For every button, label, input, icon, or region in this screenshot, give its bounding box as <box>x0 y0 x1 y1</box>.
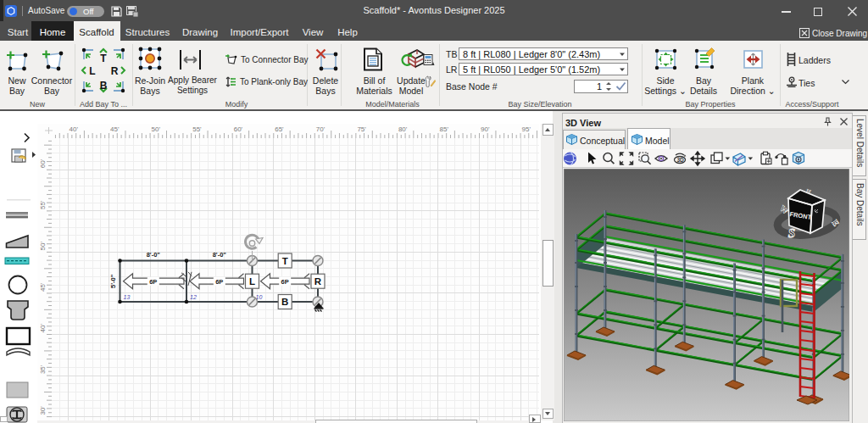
svg-text:B: B <box>281 297 288 307</box>
svg-text:6P: 6P <box>149 278 157 286</box>
svg-text:8'-0": 8'-0" <box>213 251 227 259</box>
svg-text:45': 45' <box>110 125 120 133</box>
svg-text:70': 70' <box>316 125 326 133</box>
svg-text:S: S <box>788 226 795 240</box>
svg-text:13: 13 <box>124 294 131 300</box>
svg-text:95': 95' <box>522 125 531 133</box>
svg-text:85': 85' <box>440 125 449 133</box>
svg-text:40': 40' <box>70 125 79 133</box>
svg-text:75': 75' <box>357 125 366 133</box>
svg-text:T: T <box>282 256 288 266</box>
svg-text:40': 40' <box>39 324 47 333</box>
svg-text:80': 80' <box>398 125 408 133</box>
svg-text:B: B <box>100 80 108 92</box>
svg-text:L: L <box>249 276 255 287</box>
svg-text:8'-0": 8'-0" <box>147 251 161 259</box>
svg-text:R: R <box>314 276 322 287</box>
svg-text:6P: 6P <box>281 278 289 286</box>
svg-text:3D: 3D <box>677 157 685 163</box>
svg-text:50': 50' <box>152 125 161 133</box>
svg-text:90': 90' <box>481 125 490 133</box>
svg-text:50': 50' <box>39 242 47 251</box>
svg-text:L: L <box>89 65 95 77</box>
svg-text:65': 65' <box>275 125 284 133</box>
svg-text:60': 60' <box>234 125 243 133</box>
svg-text:6P: 6P <box>215 278 223 286</box>
svg-text:T: T <box>100 53 107 64</box>
svg-text:R: R <box>111 65 119 77</box>
svg-text:12: 12 <box>190 294 197 300</box>
svg-text:55': 55' <box>192 125 202 133</box>
svg-text:55': 55' <box>39 200 47 209</box>
svg-text:30': 30' <box>39 406 47 415</box>
svg-text:45': 45' <box>39 282 47 292</box>
svg-text:35': 35' <box>39 365 47 374</box>
svg-text:60': 60' <box>39 159 47 168</box>
svg-text:5'-0": 5'-0" <box>110 274 118 288</box>
